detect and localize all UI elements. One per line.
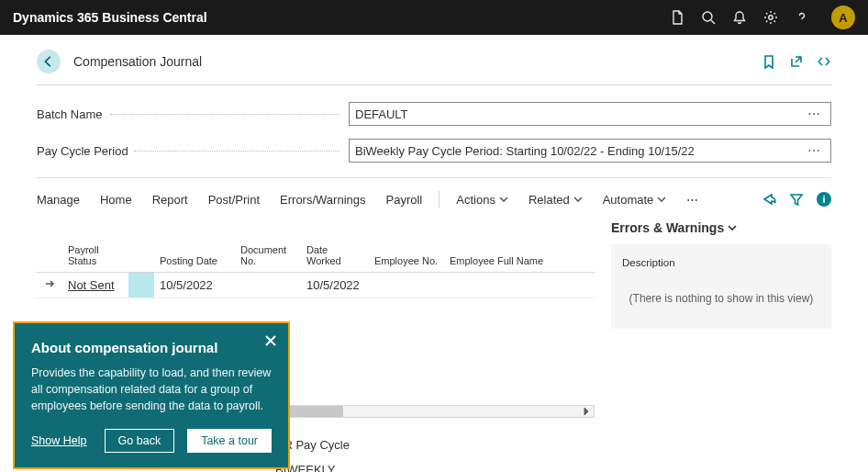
- popout-icon[interactable]: [789, 54, 804, 69]
- cell-status[interactable]: Not Sent: [62, 272, 128, 298]
- svg-point-0: [703, 12, 712, 21]
- batch-input[interactable]: DEFAULT ⋯: [349, 102, 831, 126]
- cmdbar-right: i: [762, 192, 831, 207]
- col-empno[interactable]: Employee No.: [369, 220, 444, 272]
- bookmark-icon[interactable]: [762, 54, 776, 69]
- col-status[interactable]: Payroll Status: [62, 220, 128, 272]
- col-docno[interactable]: Document No.: [235, 220, 301, 272]
- row-indicator[interactable]: [37, 272, 62, 298]
- teaching-title: About compensation journal: [31, 340, 272, 355]
- cycle-input[interactable]: BiWeekly Pay Cycle Period: Starting 10/0…: [349, 139, 831, 163]
- cmd-related-label: Related: [529, 193, 570, 207]
- filter-icon[interactable]: [789, 192, 804, 207]
- app-title: Dynamics 365 Business Central: [13, 10, 670, 25]
- cycle-label: Pay Cycle Period: [37, 144, 349, 158]
- back-button[interactable]: [37, 50, 61, 73]
- teaching-actions: Show Help Go back Take a tour: [31, 429, 272, 453]
- side-title[interactable]: Errors & Warnings: [611, 220, 831, 235]
- cmd-manage[interactable]: Manage: [37, 193, 80, 207]
- close-icon[interactable]: [264, 334, 277, 350]
- cmd-related[interactable]: Related: [529, 193, 583, 207]
- avatar[interactable]: A: [831, 6, 855, 29]
- side-box: Description (There is nothing to show in…: [611, 244, 831, 329]
- cmd-actions[interactable]: Actions: [456, 193, 508, 207]
- scroll-right-icon[interactable]: [581, 406, 592, 417]
- go-back-button[interactable]: Go back: [105, 429, 175, 453]
- svg-point-1: [769, 16, 773, 19]
- batch-label: Batch Name: [37, 107, 349, 121]
- cmd-report[interactable]: Report: [152, 193, 188, 207]
- divider: [439, 191, 440, 208]
- cycle-value: BiWeekly Pay Cycle Period: Starting 10/0…: [355, 144, 804, 158]
- side-empty: (There is nothing to show in this view): [622, 292, 820, 305]
- side-title-text: Errors & Warnings: [611, 220, 724, 235]
- avatar-initial: A: [839, 11, 847, 25]
- search-icon[interactable]: [701, 10, 716, 25]
- chevron-down-icon: [728, 223, 737, 232]
- cmd-payroll[interactable]: Payroll: [386, 193, 423, 207]
- cmd-automate[interactable]: Automate: [603, 193, 667, 207]
- bell-icon[interactable]: [732, 10, 747, 25]
- side-desc-label: Description: [622, 257, 820, 268]
- document-icon[interactable]: [670, 10, 684, 25]
- batch-row: Batch Name DEFAULT ⋯: [37, 102, 831, 126]
- page-title: Compensation Journal: [73, 54, 202, 69]
- chevron-down-icon: [573, 195, 583, 204]
- header-actions: [762, 54, 831, 69]
- cell-docno[interactable]: [235, 272, 301, 298]
- cell-status-link[interactable]: Not Sent: [68, 278, 115, 292]
- cycle-row: Pay Cycle Period BiWeekly Pay Cycle Peri…: [37, 139, 831, 163]
- topbar-icons: A: [670, 6, 855, 29]
- cmd-errors[interactable]: Errors/Warnings: [280, 193, 365, 207]
- show-help-link[interactable]: Show Help: [31, 434, 86, 447]
- share-icon[interactable]: [762, 192, 776, 207]
- divider: [37, 84, 831, 85]
- col-empname[interactable]: Employee Full Name: [444, 220, 595, 272]
- command-bar: Manage Home Report Post/Print Errors/War…: [37, 185, 831, 213]
- col-indicator: [37, 220, 62, 272]
- take-tour-button[interactable]: Take a tour: [187, 429, 272, 453]
- cmd-more[interactable]: ⋯: [686, 193, 698, 207]
- info-icon[interactable]: i: [817, 192, 831, 207]
- chevron-down-icon: [657, 195, 666, 204]
- side-panel: Errors & Warnings Description (There is …: [611, 220, 831, 472]
- col-spacer: [128, 220, 154, 272]
- gear-icon[interactable]: [763, 10, 778, 25]
- chevron-down-icon: [499, 195, 508, 204]
- collapse-icon[interactable]: [817, 54, 831, 69]
- cell-posting[interactable]: 10/5/2022: [154, 272, 235, 298]
- cmd-home[interactable]: Home: [100, 193, 132, 207]
- divider: [37, 177, 831, 178]
- col-posting[interactable]: Posting Date: [154, 220, 235, 272]
- cmd-actions-label: Actions: [456, 193, 495, 207]
- batch-lookup-icon[interactable]: ⋯: [804, 107, 825, 121]
- batch-value: DEFAULT: [355, 107, 804, 121]
- cycle-lookup-icon[interactable]: ⋯: [804, 143, 825, 158]
- help-icon[interactable]: [795, 10, 809, 25]
- cmd-post[interactable]: Post/Print: [208, 193, 260, 207]
- app-topbar: Dynamics 365 Business Central A: [0, 0, 868, 35]
- teaching-popup: About compensation journal Provides the …: [13, 321, 290, 469]
- col-worked[interactable]: Date Worked: [301, 220, 369, 272]
- cell-worked[interactable]: 10/5/2022: [301, 272, 369, 298]
- page-header: Compensation Journal: [37, 35, 831, 83]
- teaching-body: Provides the capability to load, and the…: [31, 365, 272, 414]
- cell-empno[interactable]: [369, 272, 444, 298]
- cell-empname[interactable]: [444, 272, 595, 298]
- cmd-automate-label: Automate: [603, 193, 654, 207]
- cell-highlight[interactable]: [128, 272, 154, 298]
- table-row[interactable]: Not Sent 10/5/2022 10/5/2022: [37, 272, 595, 298]
